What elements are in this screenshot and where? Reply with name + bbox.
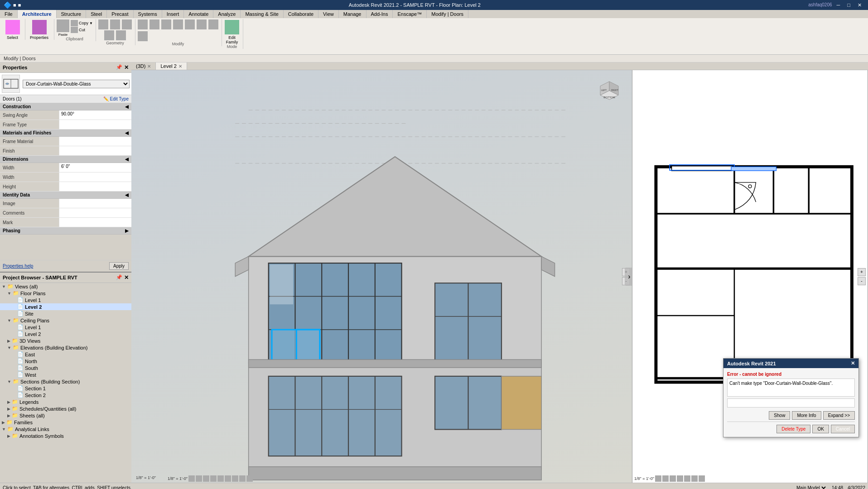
dialog-close-icon[interactable]: ✕	[851, 360, 855, 366]
tab-structure[interactable]: Structure	[57, 10, 87, 18]
toolbar-icon-4[interactable]	[210, 475, 217, 482]
cut-btn[interactable]: Cut	[71, 27, 93, 33]
properties-ribbon-btn[interactable]: Properties	[30, 19, 48, 40]
edit-family-btn[interactable]: Edit Family	[224, 19, 240, 44]
geometry-btn-3[interactable]	[121, 19, 132, 30]
toolbar-icon-6[interactable]	[225, 475, 231, 482]
tree-views-all[interactable]: ▼📁Views (all)	[0, 283, 131, 290]
browser-pin-icon[interactable]: 📌	[116, 274, 122, 281]
scale-btn[interactable]	[196, 19, 207, 30]
tree-schedules[interactable]: ▶📁Schedules/Quantities (all)	[0, 405, 131, 412]
tree-annotation[interactable]: ▶📁Annotation Symbols	[0, 432, 131, 439]
tab-modify-doors[interactable]: Modify | Doors	[427, 10, 468, 18]
properties-close-btn[interactable]: ✕	[124, 64, 129, 71]
tab-massing[interactable]: Massing & Site	[241, 10, 283, 18]
select-btn[interactable]: Select	[5, 19, 21, 40]
tree-section1[interactable]: ▶📄Section 1	[0, 385, 131, 392]
tree-floor-plans[interactable]: ▼📁Floor Plans	[0, 290, 131, 297]
minimize-btn[interactable]: ─	[834, 2, 843, 8]
geometry-btn-4[interactable]	[104, 30, 115, 41]
browser-close-btn[interactable]: ✕	[124, 274, 129, 281]
geometry-btn-1[interactable]	[98, 19, 109, 30]
tab-level2-close[interactable]: ✕	[178, 64, 182, 69]
geometry-btn-2[interactable]	[110, 19, 121, 30]
tab-3d[interactable]: (3D) ✕	[131, 62, 156, 70]
tab-architecture[interactable]: Architecture	[18, 10, 57, 18]
type-dropdown[interactable]: Door-Curtain-Wall-Double-Glass	[23, 80, 130, 88]
tab-analyze[interactable]: Analyze	[213, 10, 241, 18]
edit-type-btn[interactable]: ✏️ Edit Type	[103, 96, 129, 101]
tab-file[interactable]: File	[0, 10, 18, 18]
tree-site-floor[interactable]: ▶📄Site	[0, 310, 131, 317]
apply-btn[interactable]: Apply	[109, 262, 129, 270]
toolbar-2d-icon-5[interactable]	[684, 475, 690, 482]
section-dimensions[interactable]: Dimensions◀	[0, 156, 131, 163]
viewport-2d-nav[interactable]: + -	[858, 268, 866, 285]
tab-level2[interactable]: Level 2 ✕	[156, 62, 187, 70]
tree-level1-ceiling[interactable]: ▶📄Level 1	[0, 324, 131, 331]
tab-collaborate[interactable]: Collaborate	[284, 10, 318, 18]
expand-btn[interactable]: Expand >>	[823, 411, 855, 420]
workset-select[interactable]: Main Model	[795, 485, 827, 489]
cancel-btn[interactable]: Cancel	[831, 425, 855, 433]
section-construction[interactable]: Construction◀	[0, 103, 131, 110]
copy-btn[interactable]: Copy▼	[71, 20, 93, 26]
tree-legends[interactable]: ▶📁Legends	[0, 398, 131, 405]
tab-view[interactable]: View	[318, 10, 339, 18]
toolbar-icon-1[interactable]	[188, 475, 195, 482]
toolbar-icon-5[interactable]	[217, 475, 224, 482]
toolbar-2d-icon-6[interactable]	[691, 475, 698, 482]
tree-north[interactable]: ▶📄North	[0, 358, 131, 364]
tab-precast[interactable]: Precast	[107, 10, 133, 18]
viewport-3d[interactable]: BOTTOM LEFT RIGHT + - › 1/8" = 1'-0" 1/8…	[131, 70, 632, 483]
toolbar-icon-9[interactable]	[246, 475, 253, 482]
close-btn[interactable]: ✕	[855, 2, 864, 8]
tree-elevations[interactable]: ▼📁Elevations (Building Elevation)	[0, 344, 131, 351]
tab-enscape[interactable]: Enscape™	[393, 10, 427, 18]
geometry-btn-5[interactable]	[116, 30, 126, 41]
nav-arrow[interactable]: ›	[625, 268, 632, 286]
toolbar-icon-2[interactable]	[196, 475, 202, 482]
delete-type-btn[interactable]: Delete Type	[776, 425, 810, 433]
tree-level1-floor[interactable]: ▶📄Level 1	[0, 297, 131, 303]
tree-section2[interactable]: ▶📄Section 2	[0, 392, 131, 398]
tab-addins[interactable]: Add-Ins	[366, 10, 393, 18]
tree-level2-ceiling[interactable]: ▶📄Level 2	[0, 331, 131, 337]
toolbar-icon-7[interactable]	[232, 475, 238, 482]
tree-families[interactable]: ▶📁Families	[0, 419, 131, 426]
rotate-btn[interactable]	[161, 19, 172, 30]
toolbar-2d-icon-7[interactable]	[699, 475, 705, 482]
mirror-btn[interactable]	[173, 19, 183, 30]
paste-btn[interactable]: Paste	[56, 19, 70, 37]
tab-systems[interactable]: Systems	[134, 10, 162, 18]
toolbar-2d-icon-1[interactable]	[655, 475, 661, 482]
tab-insert[interactable]: Insert	[162, 10, 184, 18]
view-cube[interactable]: BOTTOM LEFT RIGHT	[596, 75, 623, 102]
section-phasing[interactable]: Phasing▶	[0, 227, 131, 235]
tree-sections[interactable]: ▼📁Sections (Building Section)	[0, 378, 131, 385]
tree-level2-floor[interactable]: ▶📄Level 2	[0, 303, 131, 310]
tab-manage[interactable]: Manage	[339, 10, 366, 18]
toolbar-icon-3[interactable]	[203, 475, 209, 482]
maximize-btn[interactable]: □	[844, 2, 853, 8]
toolbar-icon-8[interactable]	[239, 475, 246, 482]
tree-analytical[interactable]: ▼📁Analytical Links	[0, 426, 131, 432]
tree-3d-views[interactable]: ▶📁3D Views	[0, 337, 131, 344]
section-materials[interactable]: Materials and Finishes◀	[0, 129, 131, 137]
toolbar-2d-icon-2[interactable]	[662, 475, 669, 482]
properties-help-link[interactable]: Properties help	[3, 264, 33, 268]
trim-btn[interactable]	[208, 19, 219, 30]
tab-annotate[interactable]: Annotate	[184, 10, 213, 18]
toolbar-2d-icon-4[interactable]	[677, 475, 683, 482]
copy-modify-btn[interactable]	[149, 19, 160, 30]
tree-sheets[interactable]: ▶📁Sheets (all)	[0, 412, 131, 419]
show-btn[interactable]: Show	[769, 411, 790, 420]
tab-3d-close[interactable]: ✕	[147, 64, 151, 69]
toolbar-2d-icon-3[interactable]	[670, 475, 676, 482]
ok-btn[interactable]: OK	[812, 425, 829, 433]
move-btn[interactable]	[137, 19, 148, 30]
offset-btn[interactable]	[137, 31, 148, 42]
section-identity[interactable]: Identity Data◀	[0, 192, 131, 199]
tree-east[interactable]: ▶📄East	[0, 351, 131, 358]
tab-steel[interactable]: Steel	[86, 10, 107, 18]
